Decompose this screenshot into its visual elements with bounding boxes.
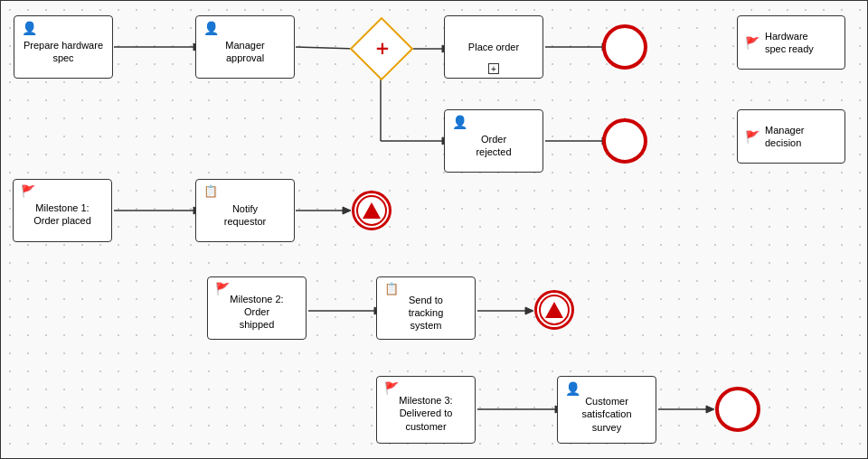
flag-icon: 🚩 xyxy=(745,36,760,50)
flag-icon: 🚩 xyxy=(21,184,35,198)
milestone-order-shipped[interactable]: 🚩 Milestone 2:Ordershipped xyxy=(207,276,307,340)
end-event-top xyxy=(602,24,647,70)
user-icon: 👤 xyxy=(203,21,219,35)
milestone-order-placed[interactable]: 🚩 Milestone 1:Order placed xyxy=(13,179,112,242)
document-icon: 📋 xyxy=(384,282,399,295)
legend-hw-spec-ready: 🚩 Hardwarespec ready xyxy=(737,15,845,70)
flag-icon: 🚩 xyxy=(215,282,230,295)
order-rejected-task[interactable]: 👤 Orderrejected xyxy=(444,109,543,173)
place-order-task[interactable]: Place order + xyxy=(444,15,543,79)
end-event-bottom xyxy=(715,387,760,432)
prepare-hardware-spec-task[interactable]: 👤 Prepare hardware spec xyxy=(14,15,113,79)
legend-manager-decision: 🚩 Managerdecision xyxy=(737,109,845,164)
user-icon: 👤 xyxy=(22,21,37,35)
milestone-delivered[interactable]: 🚩 Milestone 3:Delivered tocustomer xyxy=(376,376,476,444)
manager-approval-task[interactable]: 👤 Managerapproval xyxy=(195,15,295,79)
intermediate-event-row3 xyxy=(534,290,574,330)
user-icon: 👤 xyxy=(565,381,580,396)
svg-line-2 xyxy=(296,47,356,49)
send-tracking-task[interactable]: 📋 Send totrackingsystem xyxy=(376,276,476,340)
triangle-icon xyxy=(363,202,381,219)
svg-marker-24 xyxy=(706,406,714,413)
user-icon: 👤 xyxy=(452,115,467,129)
triangle-icon xyxy=(545,302,563,318)
exclusive-gateway[interactable]: ✕ xyxy=(359,26,404,71)
intermediate-event-row2 xyxy=(352,191,392,230)
flag-icon: 🚩 xyxy=(745,130,760,144)
svg-marker-16 xyxy=(343,207,351,214)
flag-icon: 🚩 xyxy=(384,381,399,395)
svg-marker-20 xyxy=(525,307,533,314)
end-event-middle xyxy=(602,118,647,164)
document-icon: 📋 xyxy=(203,184,218,198)
bpmn-canvas: 👤 Prepare hardware spec 👤 Managerapprova… xyxy=(0,0,868,459)
customer-survey-task[interactable]: 👤 Customersatisfcationsurvey xyxy=(557,376,656,444)
notify-requestor-task[interactable]: 📋 Notifyrequestor xyxy=(195,179,295,242)
